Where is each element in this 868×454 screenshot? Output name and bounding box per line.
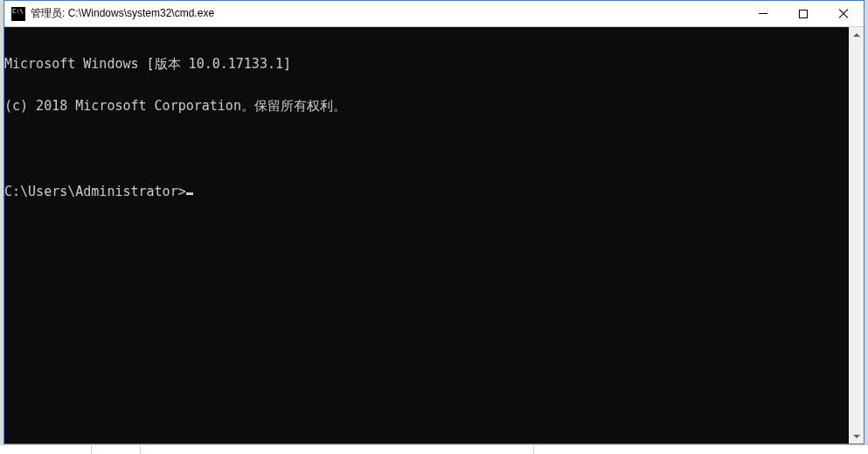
scroll-track[interactable] xyxy=(849,42,864,429)
close-icon xyxy=(838,9,849,19)
console-blank-line xyxy=(4,141,849,155)
console-prompt: C:\Users\Administrator> xyxy=(4,185,186,199)
window-controls xyxy=(743,1,864,26)
cmd-window: 管理员: C:\Windows\system32\cmd.exe Microso… xyxy=(3,0,865,444)
cursor-icon xyxy=(186,192,193,195)
maximize-icon xyxy=(799,10,808,18)
divider xyxy=(91,445,92,454)
maximize-button[interactable] xyxy=(783,1,823,26)
chevron-down-icon xyxy=(853,435,860,438)
divider xyxy=(140,445,141,454)
scroll-up-button[interactable] xyxy=(849,27,864,42)
cmd-icon xyxy=(11,7,25,21)
divider xyxy=(533,445,534,454)
scroll-down-button[interactable] xyxy=(849,429,864,444)
bottom-border xyxy=(0,444,868,454)
console-output-line: (c) 2018 Microsoft Corporation。保留所有权利。 xyxy=(4,99,849,113)
close-button[interactable] xyxy=(823,1,864,26)
titlebar[interactable]: 管理员: C:\Windows\system32\cmd.exe xyxy=(4,1,864,27)
console-prompt-line: C:\Users\Administrator> xyxy=(4,183,849,199)
window-title: 管理员: C:\Windows\system32\cmd.exe xyxy=(31,6,743,21)
vertical-scrollbar[interactable] xyxy=(849,27,864,444)
console-area[interactable]: Microsoft Windows [版本 10.0.17133.1] (c) … xyxy=(4,27,849,444)
console-wrapper: Microsoft Windows [版本 10.0.17133.1] (c) … xyxy=(4,27,864,444)
console-output-line: Microsoft Windows [版本 10.0.17133.1] xyxy=(4,57,849,71)
chevron-up-icon xyxy=(853,33,860,37)
minimize-button[interactable] xyxy=(743,1,783,26)
minimize-icon xyxy=(759,13,767,14)
